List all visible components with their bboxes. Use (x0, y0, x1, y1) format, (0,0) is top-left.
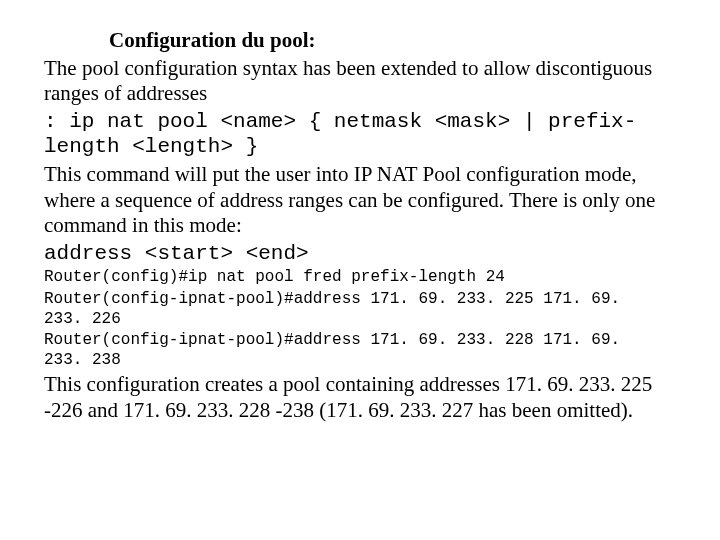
command-syntax-address: address <start> <end> (44, 241, 668, 267)
command-syntax-pool: : ip nat pool <name> { netmask <mask> | … (44, 109, 668, 160)
intro-paragraph: The pool configuration syntax has been e… (44, 56, 668, 107)
terminal-line-3: Router(config-ipnat-pool)#address 171. 6… (44, 331, 668, 370)
terminal-line-2: Router(config-ipnat-pool)#address 171. 6… (44, 290, 668, 329)
section-heading: Configuration du pool: (44, 28, 668, 54)
explanation-paragraph: This command will put the user into IP N… (44, 162, 668, 239)
terminal-line-1: Router(config)#ip nat pool fred prefix-l… (44, 268, 668, 288)
result-paragraph: This configuration creates a pool contai… (44, 372, 668, 423)
document-page: Configuration du pool: The pool configur… (0, 0, 720, 423)
